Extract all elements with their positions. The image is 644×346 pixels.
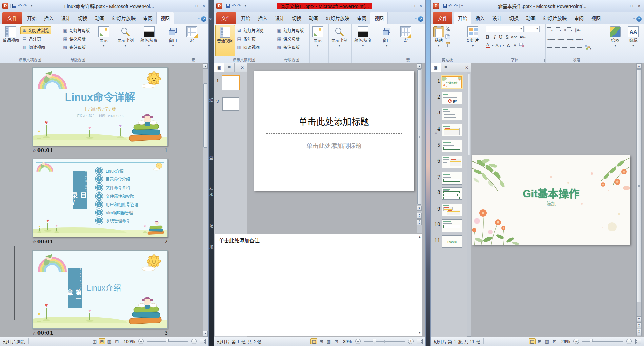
align-text-icon[interactable]: ▾ [576, 37, 583, 42]
zoom-slider[interactable] [582, 341, 623, 342]
slide-sorter-icon[interactable]: ⊞ [536, 338, 543, 344]
zoom-slider[interactable] [147, 341, 188, 342]
zoom-in-button[interactable]: + [626, 339, 632, 344]
tab-slideshow[interactable]: 幻灯片放映 [108, 12, 139, 24]
normal-view-button[interactable]: 普通视图 [1, 25, 20, 56]
zoom-out-button[interactable]: − [355, 339, 361, 344]
paste-button[interactable]: 粘贴▾ [432, 25, 445, 56]
normal-view-button[interactable]: 普通视图 [215, 25, 235, 56]
collapse-ribbon-icon[interactable]: ^ [633, 17, 635, 21]
format-painter-icon[interactable] [445, 42, 450, 48]
slide-sorter-area[interactable]: Linux命令详解 卡/通/教/学/版 汇报人：稻壳 时间：2020.12.15… [0, 63, 208, 337]
decrease-indent-icon[interactable]: ⇤ [547, 37, 555, 42]
thumbnail-slide-9[interactable] [442, 204, 462, 216]
outline-tab[interactable]: ≣ [441, 63, 451, 72]
tab-transitions[interactable]: 切换 [505, 12, 522, 24]
zoom-percent[interactable]: 100% [124, 339, 135, 344]
help-icon[interactable]: ? [636, 16, 642, 22]
macro-button[interactable]: 宏 [399, 25, 412, 56]
redo-icon[interactable]: ↷ [237, 4, 241, 8]
slide-master-button[interactable]: ▣幻灯片母版 [275, 26, 305, 34]
notes-scroll-down-icon[interactable]: ▼ [418, 331, 421, 334]
underline-button[interactable]: U [499, 35, 503, 39]
thumbnail-slide-2[interactable] [222, 97, 239, 111]
edited-slide[interactable]: Git基本操作 陈凯 [472, 155, 630, 245]
tab-animations[interactable]: 动画 [91, 12, 108, 24]
slideshow-icon[interactable]: ⊡ [333, 338, 340, 344]
scroll-up-icon[interactable]: ▲ [417, 64, 422, 69]
tab-design[interactable]: 设计 [57, 12, 74, 24]
bullets-icon[interactable]: ▾ [547, 27, 553, 33]
zoom-in-button[interactable]: + [408, 339, 414, 344]
cut-icon[interactable] [445, 26, 450, 33]
thumbnail-slide-11[interactable]: Thanks [442, 235, 462, 248]
numbering-icon[interactable]: ▾ [556, 27, 561, 33]
text-shadow-button[interactable]: S [505, 35, 509, 39]
shrink-font-button[interactable]: A [512, 44, 517, 47]
slide-sorter-icon[interactable]: ⊞ [318, 338, 325, 344]
minimize-button[interactable]: — [403, 3, 407, 8]
powerpoint-logo-icon[interactable]: P [216, 3, 222, 9]
justify-icon[interactable] [570, 46, 575, 50]
character-spacing-button[interactable]: AV▾ [520, 35, 526, 39]
previous-slide-button[interactable]: ▲▲ [637, 322, 641, 328]
tab-transitions[interactable]: 切换 [74, 12, 91, 24]
tab-slideshow[interactable]: 幻灯片放映 [322, 12, 353, 24]
scrollbar-thumb[interactable] [637, 69, 641, 302]
thumbnail-slide-5[interactable] [442, 140, 462, 152]
tab-animations[interactable]: 动画 [522, 12, 539, 24]
pane-scrollbar[interactable] [467, 72, 471, 337]
previous-slide-button[interactable]: ▲▲ [417, 213, 422, 219]
color-grayscale-button[interactable]: 颜色/灰度▾ [353, 25, 373, 56]
thumbnail-slide-10[interactable] [442, 219, 462, 232]
color-grayscale-button[interactable]: 颜色/灰度▾ [139, 25, 159, 56]
save-icon[interactable] [226, 4, 230, 8]
thumbnail-slide-4[interactable] [442, 124, 462, 136]
font-color-button[interactable]: A [486, 43, 490, 48]
sorter-scrollbar[interactable]: ▲ ▼ [203, 63, 208, 337]
zoom-in-button[interactable]: + [191, 339, 197, 344]
close-button[interactable]: × [202, 3, 205, 8]
powerpoint-logo-icon[interactable]: P [2, 3, 8, 9]
close-button[interactable]: × [638, 3, 640, 8]
zoom-button[interactable]: 显示比例▾ [330, 25, 349, 56]
scroll-down-icon[interactable]: ▼ [417, 206, 422, 211]
tab-file[interactable]: 文件 [433, 12, 452, 24]
notes-master-button[interactable]: ▧备注母版 [275, 43, 305, 51]
powerpoint-logo-icon[interactable]: P [433, 3, 439, 9]
grow-font-button[interactable]: A [506, 43, 510, 48]
zoom-out-button[interactable]: − [573, 339, 579, 344]
macro-button[interactable]: 宏 [185, 25, 199, 56]
reading-view-icon[interactable]: ▥ [325, 338, 332, 344]
undo-icon[interactable]: ↶ [232, 4, 236, 8]
save-icon[interactable] [443, 4, 447, 8]
scroll-down-icon[interactable]: ▼ [203, 331, 208, 336]
tab-animations[interactable]: 动画 [305, 12, 322, 24]
slide-sorter-button[interactable]: ⊞幻灯片浏览 [235, 26, 265, 34]
subtitle-placeholder[interactable]: 单击此处添加副标题 [278, 138, 390, 169]
scroll-up-icon[interactable]: ▲ [637, 64, 641, 69]
undo-icon[interactable]: ↶ [448, 4, 452, 8]
normal-view-icon[interactable]: ◫ [529, 338, 536, 344]
maximize-button[interactable]: □ [412, 3, 415, 8]
zoom-button[interactable]: 显示比例▾ [116, 25, 135, 56]
show-button[interactable]: 显示▾ [311, 25, 324, 56]
notes-scroll-up-icon[interactable]: ▲ [418, 235, 421, 238]
tab-home[interactable]: 开始 [237, 12, 254, 24]
sorter-slide-3[interactable]: DIRECTORY 第一章 Linux介绍 ♥ ♥ ♥ [32, 250, 168, 329]
scroll-up-icon[interactable]: ▲ [203, 64, 208, 69]
maximize-button[interactable]: □ [195, 3, 198, 8]
scrollbar-thumb[interactable] [417, 69, 421, 205]
slide-scrollbar[interactable]: ▲ ▼ ▲▲ ▼▼ [636, 63, 642, 336]
smartart-convert-icon[interactable]: ▾ [585, 45, 591, 51]
redo-icon[interactable]: ↷ [454, 4, 458, 8]
tab-review[interactable]: 审阅 [139, 12, 156, 24]
slide-title[interactable]: Git基本操作 [472, 185, 630, 200]
outline-tab[interactable]: ≣ [224, 63, 235, 72]
columns-icon[interactable]: ▾ [567, 37, 573, 42]
align-center-icon[interactable] [555, 46, 560, 50]
tab-file[interactable]: 文件 [2, 12, 22, 24]
clipboard-dialog-launcher-icon[interactable] [460, 59, 463, 62]
undo-icon[interactable]: ↶ [18, 4, 22, 8]
titlebar[interactable]: P ↶ ↷ ▾ git基本操作.pptx - Microsoft PowerPo… [431, 0, 644, 12]
